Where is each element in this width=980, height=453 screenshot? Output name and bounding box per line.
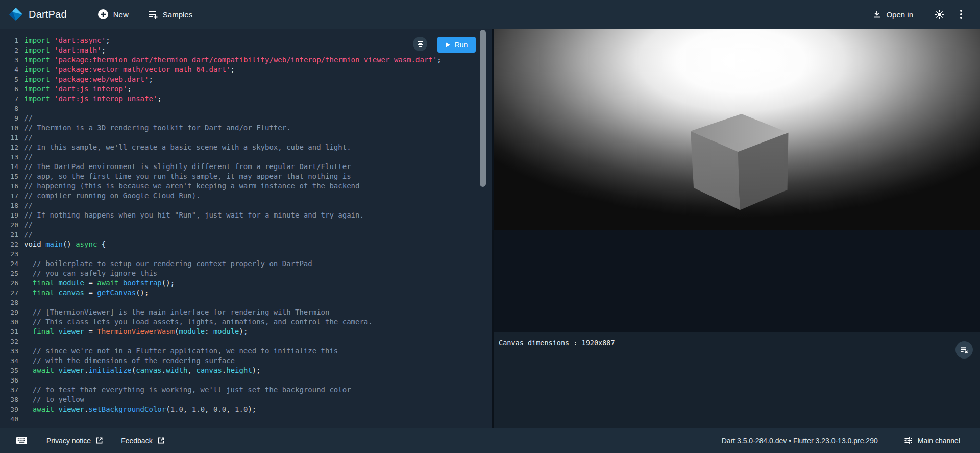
code-line: 28 [0, 298, 481, 307]
tune-icon [904, 436, 913, 445]
code-line: 22void main() async { [0, 240, 481, 249]
privacy-notice-link[interactable]: Privacy notice [46, 435, 103, 447]
format-icon [416, 40, 424, 48]
samples-button[interactable]: Samples [146, 6, 194, 22]
play-icon [446, 42, 450, 47]
code-line: 34 // with the dimensions of the renderi… [0, 356, 481, 366]
download-icon [872, 10, 881, 19]
code-line: 4import 'package:vector_math/vector_math… [0, 65, 481, 75]
new-button[interactable]: New [95, 6, 131, 23]
rendered-cube [691, 114, 789, 210]
code-line: 9// [0, 113, 481, 123]
code-line: 31 final viewer = ThermionViewerWasm(mod… [0, 327, 481, 337]
feedback-link[interactable]: Feedback [121, 435, 164, 447]
code-line: 13// [0, 152, 481, 162]
code-line: 19// If nothing happens when you hit "Ru… [0, 210, 481, 220]
playlist-add-icon [148, 9, 158, 19]
code-line: 3import 'package:thermion_dart/thermion_… [0, 55, 481, 65]
code-line: 38 // to yellow [0, 395, 481, 404]
open-in-button[interactable]: Open in [870, 7, 915, 22]
code-line: 27 final canvas = getCanvas(); [0, 288, 481, 298]
code-line: 26 final module = await bootstrap(); [0, 278, 481, 288]
samples-button-label: Samples [163, 10, 192, 19]
footer-right: Dart 3.5.0-284.0.dev • Flutter 3.23.0-13… [722, 436, 963, 445]
app-title: DartPad [29, 9, 67, 20]
code-line: 5import 'package:web/web.dart'; [0, 75, 481, 84]
keyboard-shortcuts-button[interactable] [14, 435, 29, 446]
header-actions: Open in [870, 7, 965, 22]
console-output: Canvas dimensions : 980x453 [499, 339, 975, 347]
code-line: 39 await viewer.setBackgroundColor(1.0, … [0, 404, 481, 414]
theme-toggle-button[interactable] [933, 8, 946, 21]
console-panel: Canvas dimensions : 980x453 [494, 332, 980, 428]
code-line: 20// [0, 220, 481, 230]
add-circle-icon [97, 9, 109, 20]
code-line: 24 // boilerplate to setup our rendering… [0, 259, 481, 269]
code-line: 6import 'dart:js_interop'; [0, 84, 481, 94]
editor-scrollbar[interactable] [480, 30, 486, 187]
code-line: 15// app, so the first time you run this… [0, 172, 481, 181]
keyboard-icon [16, 437, 27, 444]
code-line: 11// [0, 133, 481, 142]
kebab-menu-icon [960, 9, 963, 19]
code-line: 21// [0, 230, 481, 240]
code-line: 14// The DartPad environment is slightly… [0, 162, 481, 172]
code-line: 16// happening (this is because we aren'… [0, 181, 481, 191]
code-line: 25 // you can safely ignore this [0, 269, 481, 278]
code-line: 7import 'dart:js_interop_unsafe'; [0, 94, 481, 104]
format-button[interactable] [413, 37, 427, 51]
code-line: 32 [0, 337, 481, 346]
clear-console-button[interactable] [955, 341, 973, 359]
render-canvas-3d-scene[interactable] [494, 29, 980, 230]
code-line: 2import 'dart:math'; [0, 45, 481, 55]
run-button[interactable]: Run [437, 37, 476, 53]
code-line: 40 [0, 414, 481, 424]
sdk-versions: Dart 3.5.0-284.0.dev • Flutter 3.23.0-13… [722, 437, 878, 445]
privacy-notice-label: Privacy notice [46, 437, 91, 445]
code-line: 29 // [ThermionViewer] is the main inter… [0, 307, 481, 317]
code-line: 35 await viewer.initialize(canvas.width,… [0, 366, 481, 375]
app-footer: Privacy notice Feedback Dart 3.5.0-284.0… [0, 428, 980, 453]
run-button-label: Run [455, 41, 468, 49]
code-editor-panel[interactable]: 1import 'dart:async';2import 'dart:math'… [0, 29, 492, 428]
code-line: 30 // This class lets you load assets, l… [0, 317, 481, 327]
code-line: 12// In this sample, we'll create a basi… [0, 142, 481, 152]
dartpad-logo-icon [9, 8, 22, 21]
output-panel: Canvas dimensions : 980x453 [494, 29, 980, 428]
app-header: DartPad New Samples Open [0, 0, 980, 29]
code-line: 36 [0, 375, 481, 385]
open-in-label: Open in [886, 10, 913, 19]
code-line: 10// Thermion is a 3D rendering toolkit … [0, 123, 481, 133]
code-lines: 1import 'dart:async';2import 'dart:math'… [0, 36, 481, 424]
channel-selector-button[interactable]: Main channel [901, 436, 963, 445]
output-spacer [494, 230, 980, 332]
channel-label: Main channel [918, 437, 960, 445]
code-line: 18// [0, 201, 481, 210]
code-line: 17// compiler running on Google Cloud Ru… [0, 191, 481, 201]
code-line: 1import 'dart:async'; [0, 36, 481, 45]
overflow-menu-button[interactable] [958, 7, 965, 21]
external-link-icon [157, 437, 165, 444]
code-line: 33 // since we're not in a Flutter appli… [0, 346, 481, 356]
new-button-label: New [113, 10, 129, 19]
code-line: 8 [0, 104, 481, 113]
code-line: 23 [0, 249, 481, 259]
clear-console-icon [960, 346, 969, 354]
code-line: 37 // to test that everything is working… [0, 385, 481, 395]
workspace: 1import 'dart:async';2import 'dart:math'… [0, 29, 980, 428]
feedback-label: Feedback [121, 437, 152, 445]
external-link-icon [95, 437, 103, 444]
brightness-sun-icon [935, 10, 944, 19]
